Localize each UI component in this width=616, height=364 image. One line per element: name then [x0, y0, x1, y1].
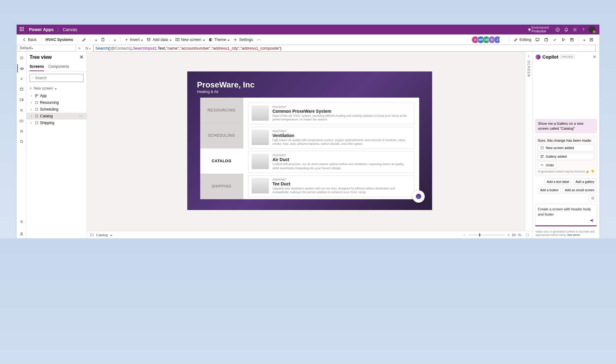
tree-search[interactable] — [30, 74, 83, 82]
zoom-out-button[interactable]: − — [464, 233, 465, 237]
chevron-down-icon[interactable] — [93, 36, 99, 43]
nav-shipping[interactable]: SHIPPING — [200, 174, 243, 200]
chip-new-screen[interactable]: New screen added — [538, 144, 594, 152]
close-icon[interactable]: ✕ — [593, 55, 596, 59]
svg-rect-2 — [102, 38, 104, 41]
svg-rect-27 — [542, 157, 544, 158]
canvas-screen[interactable]: ProseWare, Inc Heating & Air RESOURCINGS… — [187, 71, 432, 210]
user-message: Show me a Gallery on a new screen called… — [535, 119, 597, 133]
rail-tree[interactable] — [17, 64, 26, 73]
play-icon[interactable] — [559, 35, 568, 44]
user-avatar[interactable] — [588, 25, 596, 34]
checker-icon[interactable] — [550, 35, 559, 44]
tree-node-shipping[interactable]: ›Shipping — [26, 119, 87, 126]
svg-rect-15 — [35, 95, 37, 96]
svg-rect-23 — [541, 147, 543, 149]
help-icon[interactable] — [579, 25, 588, 34]
color-button[interactable] — [80, 36, 88, 43]
brand[interactable]: Power Apps — [29, 27, 54, 32]
notification-icon[interactable] — [562, 25, 570, 34]
collaborators[interactable]: A MP CB K J +3 — [473, 36, 507, 43]
tab-components[interactable]: Components — [48, 63, 69, 71]
disclaimer: Make sure AI-generated content is accura… — [536, 230, 595, 237]
formula-input[interactable]: Search([@Contacts], SearchInput1.Text, "… — [93, 45, 596, 52]
new-screen-button[interactable]: + New screen — [26, 84, 87, 92]
paste-button[interactable] — [99, 36, 107, 43]
rail-media[interactable] — [17, 95, 26, 104]
share-icon[interactable] — [542, 35, 550, 44]
product-desc: State-of-the-art HVAC system, providing … — [273, 114, 411, 122]
fx-button[interactable]: fx — [83, 45, 93, 51]
fit-icon[interactable] — [525, 233, 529, 237]
settings-button[interactable]: Settings — [231, 36, 255, 43]
property-dropdown[interactable]: Default — [18, 45, 76, 51]
more-button[interactable]: ⋯ — [255, 36, 263, 43]
add-data-button[interactable]: Add data — [145, 36, 173, 43]
nav-catalog[interactable]: CATALOG — [200, 148, 243, 174]
zoom-slider[interactable] — [468, 235, 505, 235]
footer-screen-name[interactable]: Catalog — [96, 233, 108, 237]
settings-icon[interactable] — [570, 25, 579, 34]
chevron-down-icon[interactable] — [582, 36, 587, 43]
rail-hamburger[interactable] — [17, 54, 26, 62]
svg-point-12 — [21, 221, 22, 222]
insert-button[interactable]: Insert — [123, 36, 145, 43]
close-icon[interactable]: ✕ — [79, 54, 83, 60]
suggestion-chip[interactable]: Add an email screen — [562, 187, 597, 193]
more-avatars[interactable]: +3 — [499, 36, 507, 43]
editing-button[interactable]: Editing — [512, 36, 533, 43]
feedback-icon[interactable] — [553, 25, 562, 34]
copilot-fab[interactable] — [412, 190, 425, 203]
product-title: Common ProseWare System — [273, 109, 411, 114]
send-icon[interactable] — [589, 218, 594, 223]
rail-settings[interactable] — [17, 217, 26, 226]
rail-add[interactable] — [17, 75, 26, 83]
tree-node-catalog[interactable]: ›Catalog⋯ — [26, 113, 87, 119]
chip-gallery[interactable]: Gallery added — [538, 153, 594, 160]
rail-virtual-agent[interactable] — [17, 230, 26, 238]
app-subtitle: Heating & Air — [197, 90, 422, 94]
thumbs-up-icon[interactable]: 👍 — [586, 170, 589, 173]
catalog-item[interactable]: #55354567Tee DuctUpgrade your ventilatio… — [248, 175, 414, 197]
comments-icon[interactable] — [533, 35, 542, 44]
see-terms-link[interactable]: See terms — [567, 233, 580, 237]
copilot-input[interactable]: Create a screen with header body and foo… — [538, 207, 594, 216]
thumbs-down-icon[interactable]: 👎 — [591, 170, 594, 173]
theme-button[interactable]: Theme — [207, 36, 232, 43]
suggestion-chip[interactable]: Add a gallery — [573, 178, 597, 185]
undo-button[interactable]: Undo — [538, 161, 556, 169]
rail-data[interactable] — [17, 85, 26, 94]
nav-resourcing[interactable]: RESOURCING — [200, 98, 243, 123]
tree-node-app[interactable]: ›App — [26, 92, 87, 99]
equals-label: = — [76, 45, 83, 51]
suggestion-chip[interactable]: Add a button — [538, 187, 561, 193]
rail-tools[interactable] — [17, 127, 26, 135]
chevron-down-icon[interactable] — [112, 36, 118, 43]
catalog-item[interactable]: #61274567VentilationHigh indoor air qual… — [248, 127, 414, 149]
tree-node-scheduling[interactable]: ›Scheduling — [26, 106, 87, 113]
rail-search[interactable] — [17, 137, 26, 146]
rail-variables[interactable]: (x) — [17, 116, 26, 125]
refresh-icon[interactable] — [589, 195, 597, 201]
environment-picker[interactable]: Environment Production — [532, 26, 549, 33]
zoom-in-button[interactable]: + — [508, 233, 509, 237]
back-button[interactable]: Back — [20, 36, 38, 43]
suggestion-chip[interactable]: Add a text label — [544, 178, 571, 185]
catalog-item[interactable]: #01234567Common ProseWare SystemState-of… — [248, 103, 414, 124]
tab-screens[interactable]: Screens — [30, 63, 44, 71]
more-icon[interactable]: ⋯ — [79, 114, 85, 118]
rail-flows[interactable] — [17, 106, 26, 115]
chevron-down-icon[interactable] — [110, 233, 112, 237]
catalog-item[interactable]: #51235567Air DuctCrafted with precision,… — [248, 151, 414, 173]
save-icon[interactable] — [568, 35, 576, 44]
tree-node-resourcing[interactable]: ›Resourcing — [26, 99, 87, 106]
app-name[interactable]: HVAC Systems — [44, 36, 75, 43]
waffle-icon[interactable] — [20, 27, 25, 32]
nav-scheduling[interactable]: SCHEDULING — [200, 123, 243, 149]
publish-icon[interactable] — [587, 35, 596, 44]
new-screen-button[interactable]: New screen — [173, 36, 207, 43]
search-input[interactable] — [35, 76, 81, 80]
collapse-properties-icon[interactable]: ‹ — [528, 54, 529, 58]
product-thumb — [252, 105, 269, 121]
product-number: #01234567 — [273, 105, 411, 108]
